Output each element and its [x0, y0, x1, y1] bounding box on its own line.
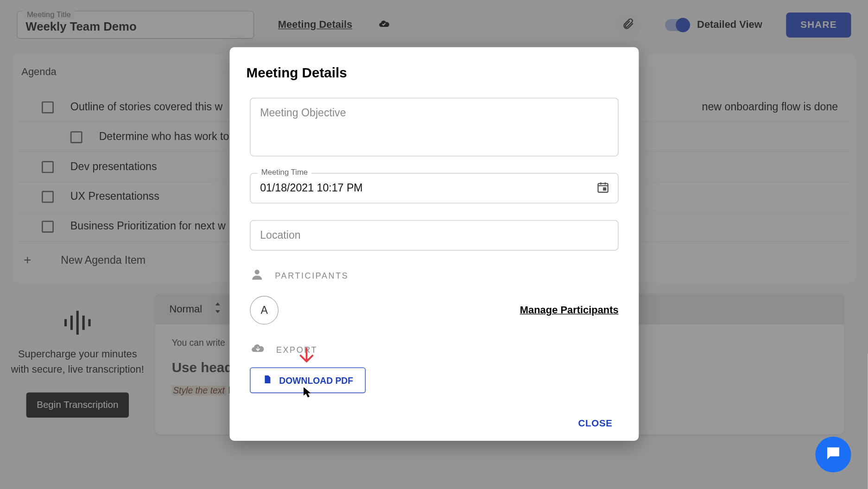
document-icon [262, 374, 272, 387]
svg-rect-1 [603, 188, 606, 190]
close-button[interactable]: CLOSE [578, 418, 613, 429]
participants-section-header: PARTICIPANTS [250, 267, 618, 294]
location-placeholder: Location [260, 229, 301, 241]
export-label: EXPORT [276, 345, 317, 355]
modal-title: Meeting Details [247, 65, 628, 81]
meeting-details-modal: Meeting Details Meeting Objective Meetin… [229, 47, 639, 441]
download-pdf-label: DOWNLOAD PDF [279, 375, 353, 386]
meeting-objective-placeholder: Meeting Objective [260, 107, 346, 119]
chat-fab[interactable] [815, 437, 851, 472]
meeting-objective-field[interactable]: Meeting Objective [250, 98, 618, 156]
meeting-time-field[interactable]: Meeting Time 01/18/2021 10:17 PM [250, 173, 618, 203]
participant-avatar[interactable]: A [250, 296, 279, 324]
export-section-header: EXPORT [250, 341, 618, 368]
location-field[interactable]: Location [250, 220, 618, 251]
person-icon [250, 267, 264, 284]
participants-label: PARTICIPANTS [275, 271, 348, 280]
chat-icon [824, 445, 843, 465]
svg-point-2 [255, 270, 260, 274]
download-pdf-button[interactable]: DOWNLOAD PDF [250, 368, 366, 393]
calendar-icon[interactable] [596, 180, 609, 196]
meeting-time-legend: Meeting Time [258, 168, 311, 177]
cloud-download-icon [250, 341, 265, 358]
manage-participants-link[interactable]: Manage Participants [520, 304, 619, 316]
meeting-time-value: 01/18/2021 10:17 PM [260, 182, 363, 194]
